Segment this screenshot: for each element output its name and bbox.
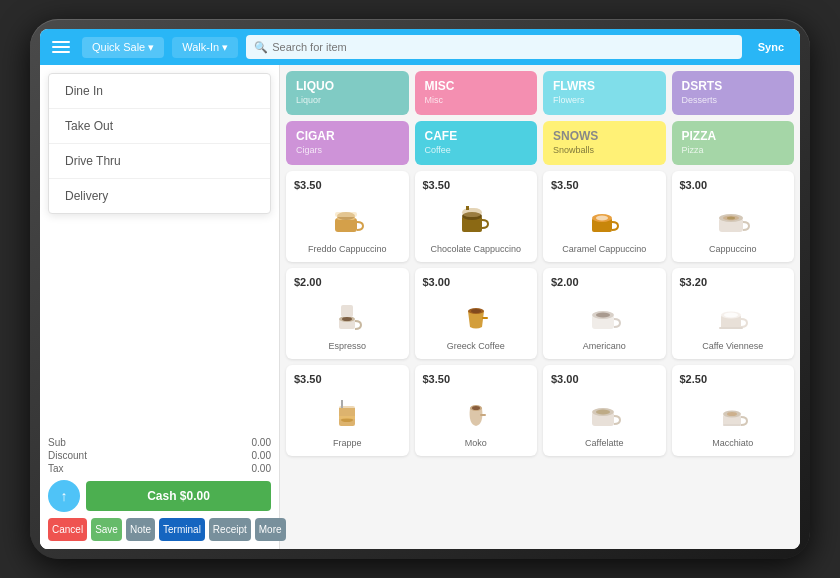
- take-out-option[interactable]: Take Out: [49, 109, 270, 144]
- scroll-up-button[interactable]: ↑: [48, 480, 80, 512]
- svg-rect-3: [335, 212, 357, 217]
- svg-rect-18: [341, 305, 353, 317]
- action-buttons: Cancel Save Note Terminal Receipt More: [48, 518, 271, 541]
- category-snows[interactable]: SNOWS Snowballs: [543, 121, 666, 165]
- item-cappuccino[interactable]: $3.00 Cappuccino: [672, 171, 795, 262]
- category-dsrts[interactable]: DSRTS Desserts: [672, 71, 795, 115]
- category-cigar[interactable]: CIGAR Cigars: [286, 121, 409, 165]
- svg-rect-21: [482, 317, 488, 319]
- svg-rect-6: [462, 208, 482, 217]
- sub-value: 0.00: [252, 437, 271, 448]
- sub-label: Sub: [48, 437, 66, 448]
- search-bar[interactable]: 🔍: [246, 35, 742, 59]
- item-americano[interactable]: $2.00 Americano: [543, 268, 666, 359]
- item-macchiato[interactable]: $2.50 Macchiato: [672, 365, 795, 456]
- order-summary: Sub 0.00 Discount 0.00 Tax 0.00 ↑ Cash $…: [40, 429, 279, 549]
- categories-grid: LIQUO Liquor MISC Misc FLWRS Flowers DSR…: [286, 71, 794, 165]
- svg-rect-7: [466, 206, 469, 210]
- note-button[interactable]: Note: [126, 518, 155, 541]
- category-pizza[interactable]: PIZZA Pizza: [672, 121, 795, 165]
- right-panel: LIQUO Liquor MISC Misc FLWRS Flowers DSR…: [280, 65, 800, 549]
- tablet-device: Quick Sale ▾ Walk-In ▾ 🔍 Sync Dine In Ta…: [30, 19, 810, 559]
- tablet-screen: Quick Sale ▾ Walk-In ▾ 🔍 Sync Dine In Ta…: [40, 29, 800, 549]
- tax-label: Tax: [48, 463, 64, 474]
- svg-point-24: [596, 312, 610, 317]
- svg-rect-36: [480, 414, 486, 416]
- search-input[interactable]: [272, 41, 734, 53]
- quick-sale-button[interactable]: Quick Sale ▾: [82, 37, 164, 58]
- svg-point-27: [724, 312, 738, 317]
- discount-row: Discount 0.00: [48, 450, 271, 461]
- item-caffelatte[interactable]: $3.00 Caffelatte: [543, 365, 666, 456]
- receipt-button[interactable]: Receipt: [209, 518, 251, 541]
- header-bar: Quick Sale ▾ Walk-In ▾ 🔍 Sync: [40, 29, 800, 65]
- tax-row: Tax 0.00: [48, 463, 271, 474]
- item-caffe-viennese[interactable]: $3.20 Caffe Viennese: [672, 268, 795, 359]
- svg-point-10: [596, 215, 608, 220]
- item-frappe[interactable]: $3.50 Frappe: [286, 365, 409, 456]
- cash-row: ↑ Cash $0.00: [48, 480, 271, 512]
- svg-rect-28: [719, 327, 743, 329]
- sync-button[interactable]: Sync: [750, 37, 792, 57]
- item-caramel-cappuccino[interactable]: $3.50 Caramel Cappuccino: [543, 171, 666, 262]
- svg-point-17: [342, 317, 352, 321]
- svg-rect-33: [339, 416, 355, 419]
- svg-point-14: [727, 216, 735, 219]
- more-button[interactable]: More: [255, 518, 286, 541]
- terminal-button[interactable]: Terminal: [159, 518, 205, 541]
- left-panel: Dine In Take Out Drive Thru Delivery Sub…: [40, 65, 280, 549]
- delivery-option[interactable]: Delivery: [49, 179, 270, 213]
- main-content: Dine In Take Out Drive Thru Delivery Sub…: [40, 65, 800, 549]
- item-moko[interactable]: $3.50 Moko: [415, 365, 538, 456]
- svg-point-39: [596, 409, 610, 414]
- discount-label: Discount: [48, 450, 87, 461]
- svg-rect-30: [337, 404, 357, 408]
- svg-rect-31: [341, 400, 343, 408]
- items-grid: $3.50 Freddo Cappuccino: [286, 171, 794, 456]
- category-cafe[interactable]: CAFE Coffee: [415, 121, 538, 165]
- item-freddo-cappuccino[interactable]: $3.50 Freddo Cappuccino: [286, 171, 409, 262]
- sub-total-row: Sub 0.00: [48, 437, 271, 448]
- svg-rect-43: [723, 424, 741, 426]
- svg-rect-0: [335, 218, 357, 232]
- cancel-button[interactable]: Cancel: [48, 518, 87, 541]
- cash-button[interactable]: Cash $0.00: [86, 481, 271, 511]
- menu-icon[interactable]: [48, 37, 74, 57]
- category-liquo[interactable]: LIQUO Liquor: [286, 71, 409, 115]
- svg-point-20: [471, 309, 481, 313]
- walk-in-button[interactable]: Walk-In ▾: [172, 37, 238, 58]
- category-misc[interactable]: MISC Misc: [415, 71, 538, 115]
- category-flwrs[interactable]: FLWRS Flowers: [543, 71, 666, 115]
- save-button[interactable]: Save: [91, 518, 122, 541]
- item-greeck-coffee[interactable]: $3.00 Greeck Coffee: [415, 268, 538, 359]
- order-type-menu: Dine In Take Out Drive Thru Delivery: [48, 73, 271, 214]
- dine-in-option[interactable]: Dine In: [49, 74, 270, 109]
- svg-point-35: [472, 406, 480, 410]
- search-icon: 🔍: [254, 41, 268, 54]
- discount-value: 0.00: [252, 450, 271, 461]
- item-espresso[interactable]: $2.00 Espresso: [286, 268, 409, 359]
- tax-value: 0.00: [252, 463, 271, 474]
- drive-thru-option[interactable]: Drive Thru: [49, 144, 270, 179]
- svg-point-42: [727, 412, 737, 416]
- item-chocolate-cappuccino[interactable]: $3.50 Chocolate Cappuccino: [415, 171, 538, 262]
